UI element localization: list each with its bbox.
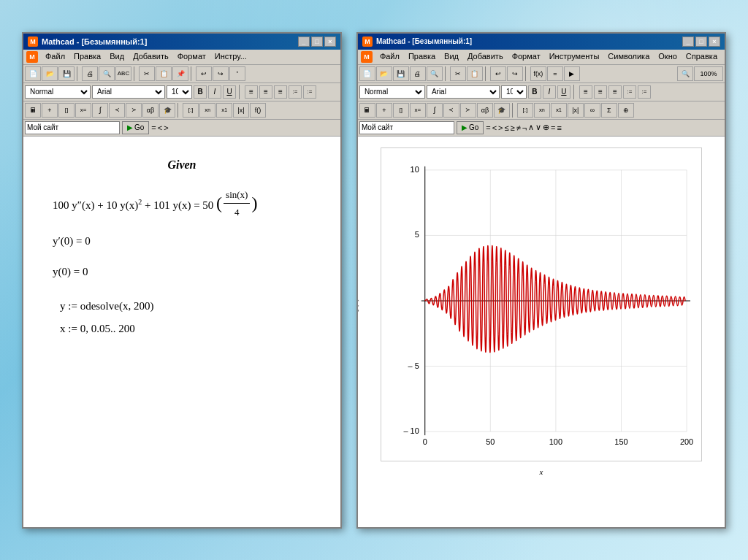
minimize-button[interactable]: _ — [298, 37, 310, 47]
right-matrix-btn[interactable]: [] — [393, 103, 409, 118]
func-button[interactable]: f() — [250, 103, 266, 118]
menu-format-right[interactable]: Формат — [508, 51, 545, 63]
size-select-left[interactable]: 10 — [167, 85, 192, 99]
paste-button[interactable]: 📌 — [172, 66, 188, 81]
site-input-left[interactable] — [25, 121, 120, 134]
undo-button[interactable]: ↩ — [196, 66, 212, 81]
menu-view-left[interactable]: Вид — [105, 51, 129, 63]
cut-button[interactable]: ✂ — [139, 66, 155, 81]
matrix-button[interactable]: [] — [58, 103, 75, 118]
right-calc-btn[interactable]: 🖩 — [359, 103, 375, 118]
right-close-button[interactable]: × — [709, 37, 720, 47]
right-open-button[interactable]: 📂 — [376, 66, 392, 81]
menu-file-right[interactable]: Файл — [375, 51, 404, 63]
right-preview-button[interactable]: 🔍 — [427, 66, 443, 81]
right-matrix2-btn[interactable]: [:] — [517, 103, 533, 118]
menu-format-left[interactable]: Формат — [173, 51, 210, 63]
list1-button[interactable]: := — [289, 85, 302, 99]
right-graph-btn[interactable]: + — [376, 103, 392, 118]
menu-edit-right[interactable]: Правка — [404, 51, 440, 63]
right-extra2[interactable]: ▶ — [564, 66, 580, 81]
menu-help-right[interactable]: Справка — [682, 51, 722, 63]
assign-button[interactable]: x= — [75, 103, 91, 118]
go-button-left[interactable]: ▶ Go — [122, 121, 149, 134]
style-select-left[interactable]: Normal — [25, 85, 91, 99]
menu-tools-left[interactable]: Инстру... — [210, 51, 251, 63]
right-solve-btn[interactable]: ≻ — [460, 103, 476, 118]
preview-button[interactable]: 🔍 — [99, 66, 115, 81]
size-select-right[interactable]: 10 — [501, 85, 527, 99]
right-abs-btn[interactable]: |x| — [568, 103, 584, 118]
diff-button[interactable]: ≺ — [109, 103, 125, 118]
menu-symbolics-right[interactable]: Символика — [603, 51, 654, 63]
right-cut-button[interactable]: ✂ — [450, 66, 466, 81]
menu-insert-left[interactable]: Добавить — [129, 51, 173, 63]
bold-button-left[interactable]: B — [194, 85, 207, 99]
align-center-button[interactable]: ≡ — [259, 85, 272, 99]
right-list2[interactable]: := — [638, 85, 651, 99]
right-extra-btn[interactable]: ⊕ — [618, 103, 634, 118]
style-select-right[interactable]: Normal — [359, 85, 425, 99]
right-redo-button[interactable]: ↪ — [507, 66, 523, 81]
solve-button[interactable]: ≻ — [126, 103, 142, 118]
redo-button[interactable]: ↪ — [213, 66, 229, 81]
super-button[interactable]: x1 — [216, 103, 232, 118]
right-sub-btn[interactable]: xn — [534, 103, 550, 118]
right-maximize-button[interactable]: □ — [695, 37, 707, 47]
align-right-button[interactable]: ≡ — [274, 85, 287, 99]
menu-window-right[interactable]: Окно — [654, 51, 682, 63]
symbols-button[interactable]: αβ — [142, 103, 159, 118]
right-integral-btn[interactable]: ∫ — [427, 103, 443, 118]
close-button[interactable]: × — [324, 37, 336, 47]
maximize-button[interactable]: □ — [311, 37, 323, 47]
right-align-left[interactable]: ≡ — [579, 85, 592, 99]
list2-button[interactable]: := — [303, 85, 316, 99]
right-hat-btn[interactable]: 🎓 — [494, 103, 510, 118]
extra-button[interactable]: " — [229, 66, 245, 81]
right-undo-button[interactable]: ↩ — [490, 66, 506, 81]
right-sum-btn[interactable]: Σ — [601, 103, 617, 118]
integral-button[interactable]: ∫ — [92, 103, 108, 118]
new-button[interactable]: 📄 — [25, 66, 41, 81]
menu-view-right[interactable]: Вид — [440, 51, 463, 63]
matrix2-button[interactable]: [:] — [183, 103, 199, 118]
right-func-btn2[interactable]: ∞ — [584, 103, 600, 118]
right-zoom-select[interactable]: 100% — [694, 66, 723, 81]
calc-button[interactable]: 🖩 — [25, 103, 41, 118]
right-align-center[interactable]: ≡ — [594, 85, 607, 99]
right-align-right[interactable]: ≡ — [608, 85, 622, 99]
open-button[interactable]: 📂 — [42, 66, 58, 81]
menu-edit-left[interactable]: Правка — [69, 51, 105, 63]
right-zoom-out[interactable]: 🔍 — [677, 66, 693, 81]
spellcheck-button[interactable]: ABC — [115, 66, 131, 81]
save-button[interactable]: 💾 — [58, 66, 75, 81]
hat-button[interactable]: 🎓 — [159, 103, 175, 118]
menu-file-left[interactable]: Файл — [41, 51, 69, 63]
right-print-button[interactable]: 🖨 — [410, 66, 426, 81]
right-list1[interactable]: := — [623, 85, 636, 99]
right-diff-btn[interactable]: ≺ — [443, 103, 459, 118]
right-func-button[interactable]: f(x) — [530, 66, 546, 81]
right-minimize-button[interactable]: _ — [682, 37, 694, 47]
right-assign-btn[interactable]: x= — [410, 103, 426, 118]
font-select-right[interactable]: Arial — [427, 85, 500, 99]
menu-insert-right[interactable]: Добавить — [463, 51, 508, 63]
italic-button-left[interactable]: I — [208, 85, 221, 99]
underline-button-right[interactable]: U — [557, 85, 570, 99]
abs-button[interactable]: |x| — [233, 103, 249, 118]
align-left-button[interactable]: ≡ — [245, 85, 258, 99]
print-button[interactable]: 🖨 — [82, 66, 98, 81]
right-alpha-btn[interactable]: αβ — [477, 103, 493, 118]
italic-button-right[interactable]: I — [543, 85, 556, 99]
sub-button[interactable]: xn — [199, 103, 215, 118]
right-extra1[interactable]: = — [547, 66, 563, 81]
graph-button[interactable]: + — [42, 103, 58, 118]
copy-button[interactable]: 📋 — [156, 66, 172, 81]
right-save-button[interactable]: 💾 — [393, 66, 409, 81]
font-select-left[interactable]: Arial — [92, 85, 165, 99]
site-input-right[interactable] — [359, 121, 454, 134]
underline-button-left[interactable]: U — [223, 85, 236, 99]
right-new-button[interactable]: 📄 — [359, 66, 375, 81]
right-super-btn[interactable]: x1 — [551, 103, 567, 118]
go-button-right[interactable]: ▶ Go — [457, 121, 484, 134]
